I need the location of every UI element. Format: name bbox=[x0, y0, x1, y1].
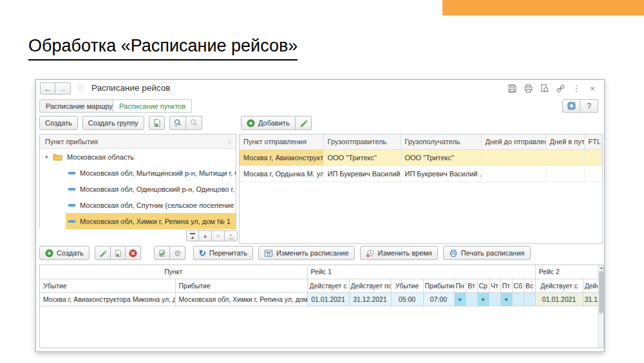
more-menu-icon[interactable]: ⋮ bbox=[571, 83, 582, 93]
cell-days-travel[interactable] bbox=[545, 165, 584, 182]
column-header-departure[interactable]: Убытие bbox=[40, 279, 175, 292]
scrollbar-thumb[interactable] bbox=[599, 271, 603, 313]
column-header-thursday[interactable]: Чт bbox=[489, 279, 500, 292]
column-header-arrival[interactable]: Прибытие bbox=[175, 279, 307, 292]
back-button[interactable]: ← bbox=[40, 82, 55, 95]
cell-ftl[interactable] bbox=[584, 165, 603, 182]
edit-row-button[interactable] bbox=[95, 246, 111, 260]
cell-trip2-valid-to[interactable]: 31.12.2021 bbox=[583, 292, 599, 306]
cell-shipper[interactable]: ООО "Тритекс" bbox=[323, 149, 401, 165]
create-row-button[interactable]: Создать bbox=[39, 246, 90, 260]
table-row-selected[interactable]: Москва г, Авиаконструкто... ООО "Тритекс… bbox=[240, 149, 603, 165]
reorder-buttons: ▲ ▲ ▼ ▼ bbox=[186, 230, 238, 241]
group-header-trip2: Рейс 2 bbox=[535, 265, 599, 279]
cell-day-saturday[interactable] bbox=[512, 292, 524, 306]
delete-row-button[interactable] bbox=[126, 246, 141, 260]
set-flag-button[interactable] bbox=[154, 246, 170, 260]
print-schedule-button[interactable]: Печать расписания bbox=[443, 246, 531, 260]
column-header-sunday[interactable]: Вс bbox=[524, 279, 535, 292]
print-icon[interactable] bbox=[523, 83, 533, 93]
cell-departure-point[interactable]: Москва г, Авиаконструктора Микояна ул, д… bbox=[40, 292, 175, 306]
tree-item-address-selected[interactable]: Московская обл, Химки г, Репина ул, дом … bbox=[40, 213, 236, 229]
cell-days-before[interactable] bbox=[481, 165, 545, 182]
cell-day-tuesday[interactable] bbox=[466, 292, 477, 306]
column-header[interactable]: Грузоотправитель bbox=[323, 135, 401, 149]
move-to-bottom-button[interactable]: ▼ bbox=[225, 230, 238, 241]
cell-arrive-time[interactable]: 07:00 bbox=[423, 292, 454, 306]
copy-cube-button[interactable] bbox=[170, 246, 185, 260]
cell-day-thursday[interactable] bbox=[489, 292, 500, 306]
column-header-valid-to[interactable]: Действует по bbox=[349, 279, 391, 292]
tree-item-address[interactable]: Московская обл, Спутник (сельское поселе… bbox=[40, 197, 236, 213]
change-schedule-button[interactable]: Изменить расписание bbox=[258, 246, 354, 260]
scrollbar-up-arrow[interactable] bbox=[600, 266, 603, 269]
column-header-monday[interactable]: Пн bbox=[454, 279, 466, 292]
copy-item-button[interactable] bbox=[149, 116, 165, 130]
tree-item-address[interactable]: Московская обл, Одинцовский р-н, Одинцов… bbox=[40, 181, 236, 197]
column-header-wednesday[interactable]: Ср bbox=[477, 279, 489, 292]
cell-day-monday[interactable]: + bbox=[454, 292, 466, 306]
cell-shipper[interactable]: ИП Букревич Василий ... bbox=[323, 165, 401, 182]
cell-depart-time[interactable]: 05:00 bbox=[391, 292, 423, 306]
cell-day-wednesday[interactable]: + bbox=[477, 292, 489, 306]
move-down-button[interactable]: ▼ bbox=[212, 230, 225, 241]
column-header-saturday[interactable]: Сб bbox=[512, 279, 524, 292]
schedule-row[interactable]: Москва г, Авиаконструктора Микояна ул, д… bbox=[40, 292, 599, 306]
cell-trip2-valid-from[interactable]: 01.01.2021 bbox=[535, 292, 583, 306]
reread-button[interactable]: ↻ Перечитать bbox=[193, 246, 253, 260]
column-header-depart-time[interactable]: Убытие bbox=[391, 279, 423, 292]
column-header-tuesday[interactable]: Вт bbox=[466, 279, 477, 292]
tree-item-region[interactable]: ▾ Московская область bbox=[40, 149, 236, 165]
list-item-dash-icon bbox=[68, 188, 75, 191]
move-to-top-button[interactable]: ▲ bbox=[186, 230, 199, 241]
cell-consignee[interactable]: ИП Букревич Василий ... bbox=[401, 165, 481, 182]
column-header-friday[interactable]: Пт bbox=[500, 279, 512, 292]
cell-day-friday[interactable]: + bbox=[500, 292, 512, 306]
edit-button[interactable] bbox=[296, 116, 312, 130]
refresh-icon: ↻ bbox=[199, 248, 206, 258]
column-header[interactable]: Дней до отправления bbox=[481, 135, 545, 149]
add-button[interactable]: Добавить bbox=[241, 116, 296, 130]
cell-day-sunday[interactable] bbox=[524, 292, 535, 306]
favorite-star-icon[interactable]: ☆ bbox=[76, 82, 84, 93]
copy-row-button[interactable] bbox=[111, 246, 126, 260]
cell-days-before[interactable] bbox=[481, 149, 545, 165]
form-settings-button[interactable] bbox=[562, 99, 580, 113]
column-header-valid-from[interactable]: Действует с bbox=[307, 279, 349, 292]
column-header[interactable]: Грузополучатель bbox=[401, 135, 481, 149]
cell-days-travel[interactable] bbox=[545, 149, 584, 165]
create-button[interactable]: Создать bbox=[39, 116, 78, 130]
close-icon[interactable]: × bbox=[587, 83, 598, 93]
tree-item-address[interactable]: Московская обл, Мытищинский р-н, Мытищи … bbox=[40, 165, 236, 181]
table-row[interactable]: Москва г, Ордынка М. ул,... ИП Букревич … bbox=[240, 165, 603, 182]
cell-arrival-point[interactable]: Московская обл, Химки г, Репина ул, дом … bbox=[175, 292, 307, 306]
tree-expander-icon[interactable]: ▾ bbox=[45, 154, 53, 160]
cell-departure-point[interactable]: Москва г, Ордынка М. ул,... bbox=[240, 165, 323, 182]
cell-consignee[interactable]: ООО "Тритекс" bbox=[401, 149, 481, 165]
cancel-search-button[interactable] bbox=[186, 116, 202, 130]
column-header-trip2-valid-to[interactable]: Действует по bbox=[583, 279, 599, 292]
forward-button[interactable]: → bbox=[55, 82, 71, 95]
column-header[interactable]: Дней в пути bbox=[545, 135, 584, 149]
column-header-trip2-valid-from[interactable]: Действует с bbox=[535, 279, 583, 292]
save-icon[interactable] bbox=[507, 83, 517, 93]
help-button[interactable]: ? bbox=[580, 99, 598, 113]
cell-ftl[interactable] bbox=[584, 149, 603, 165]
list-item-dash-icon bbox=[68, 172, 75, 174]
search-button[interactable] bbox=[169, 116, 186, 130]
tab-point-schedule[interactable]: Расписание пунктов bbox=[113, 99, 192, 113]
column-header[interactable]: FTL bbox=[584, 135, 603, 149]
link-icon[interactable] bbox=[555, 83, 565, 93]
column-header-arrive-time[interactable]: Прибытие bbox=[423, 279, 454, 292]
preview-search-icon[interactable] bbox=[539, 83, 549, 93]
arrival-panel-header[interactable]: Пункт прибытия ↓ bbox=[40, 135, 236, 149]
change-time-button[interactable]: Изменить время bbox=[360, 246, 438, 260]
vertical-scrollbar[interactable] bbox=[598, 265, 603, 348]
cell-valid-from[interactable]: 01.01.2021 bbox=[307, 292, 349, 306]
column-header[interactable]: Пункт отправления bbox=[240, 135, 323, 149]
cell-departure-point[interactable]: Москва г, Авиаконструкто... bbox=[240, 149, 323, 165]
move-up-button[interactable]: ▲ bbox=[199, 230, 212, 241]
window-title: Расписание рейсов bbox=[91, 83, 170, 93]
create-group-button[interactable]: Создать группу bbox=[82, 116, 144, 130]
cell-valid-to[interactable]: 31.12.2021 bbox=[349, 292, 391, 306]
